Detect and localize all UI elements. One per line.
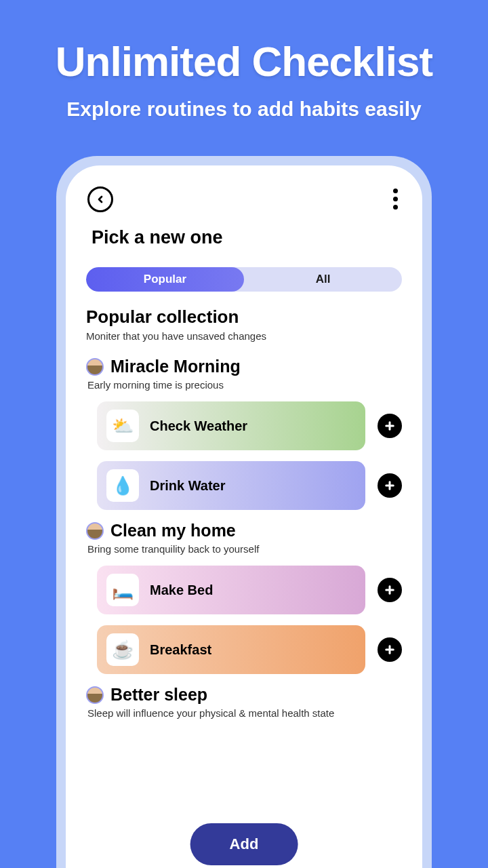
hero-title: Unlimited Checklist [0, 0, 488, 85]
weather-icon: ⛅ [106, 410, 139, 442]
add-habit-button[interactable] [378, 578, 402, 602]
routine-title: Better sleep [110, 685, 207, 705]
habit-card-drink-water[interactable]: 💧 Drink Water [97, 461, 365, 510]
dot-icon [393, 197, 398, 201]
phone-screen: Pick a new one Popular All Popular colle… [66, 165, 422, 868]
section-title: Popular collection [86, 307, 402, 328]
water-drop-icon: 💧 [106, 469, 139, 502]
hero-subtitle: Explore routines to add habits easily [0, 98, 488, 121]
tab-all[interactable]: All [244, 267, 402, 292]
bed-icon: 🛏️ [106, 574, 139, 606]
plus-icon [384, 584, 396, 596]
tab-popular[interactable]: Popular [86, 267, 244, 292]
avatar [86, 522, 104, 540]
screen-title: Pick a new one [92, 227, 402, 248]
plus-icon [384, 420, 396, 432]
plus-icon [384, 644, 396, 656]
chevron-left-icon [95, 194, 106, 205]
add-button[interactable]: Add [190, 823, 298, 865]
routine-title: Clean my home [110, 521, 236, 540]
section-subtitle: Moniter that you have unsaved changes [86, 330, 402, 342]
habit-card-make-bed[interactable]: 🛏️ Make Bed [97, 566, 365, 614]
habit-row: ⛅ Check Weather [97, 401, 402, 450]
dot-icon [393, 189, 398, 193]
routine-header: Clean my home [86, 521, 402, 540]
routine-header: Miracle Morning [86, 357, 402, 376]
topbar [86, 186, 402, 212]
habit-row: 💧 Drink Water [97, 461, 402, 510]
routine-title: Miracle Morning [110, 357, 241, 376]
add-habit-button[interactable] [378, 414, 402, 438]
dot-icon [393, 205, 398, 210]
routine-subtitle: Bring some tranquility back to yourself [87, 543, 402, 555]
habit-label: Breakfast [150, 642, 211, 658]
avatar [86, 358, 104, 376]
add-habit-button[interactable] [378, 637, 402, 662]
routine-block: Miracle Morning Early morning time is pr… [86, 357, 402, 510]
add-habit-button[interactable] [378, 473, 402, 498]
habit-label: Drink Water [150, 478, 226, 494]
habit-card-breakfast[interactable]: ☕ Breakfast [97, 625, 365, 674]
habit-label: Check Weather [150, 418, 247, 434]
avatar [86, 686, 104, 704]
back-button[interactable] [87, 186, 113, 212]
phone-frame: Pick a new one Popular All Popular colle… [56, 156, 432, 868]
routine-header: Better sleep [86, 685, 402, 705]
habit-row: 🛏️ Make Bed [97, 566, 402, 614]
routine-subtitle: Early morning time is precious [87, 379, 402, 391]
habit-label: Make Bed [150, 583, 213, 598]
routine-subtitle: Sleep will influence your physical & men… [87, 707, 402, 719]
habit-card-check-weather[interactable]: ⛅ Check Weather [97, 401, 365, 450]
more-options-button[interactable] [390, 186, 401, 212]
tabs: Popular All [86, 267, 402, 292]
routine-block: Better sleep Sleep will influence your p… [86, 685, 402, 719]
habit-row: ☕ Breakfast [97, 625, 402, 674]
coffee-icon: ☕ [106, 633, 139, 666]
plus-icon [384, 479, 396, 492]
routine-block: Clean my home Bring some tranquility bac… [86, 521, 402, 674]
